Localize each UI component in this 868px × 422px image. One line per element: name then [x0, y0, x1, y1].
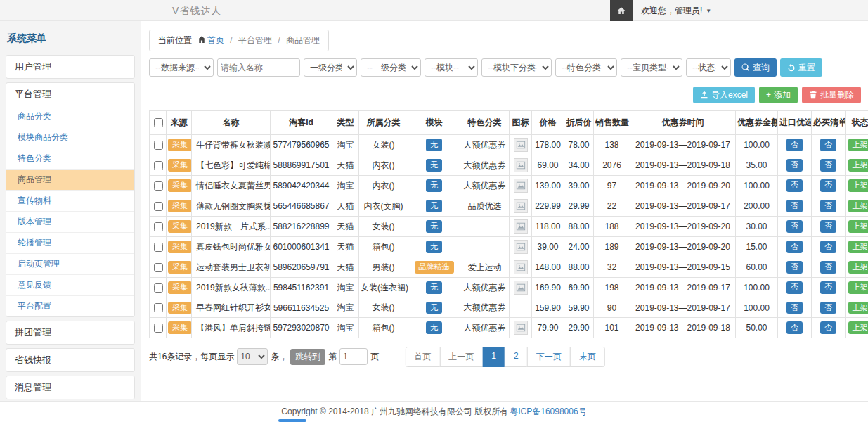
must-buy-toggle-button[interactable]: 否 — [820, 159, 836, 171]
page-button[interactable]: 上一页 — [439, 347, 483, 367]
status-button[interactable]: 上架 — [848, 302, 868, 314]
reset-button[interactable]: 重置 — [780, 58, 822, 77]
batch-delete-button[interactable]: 批量删除 — [802, 87, 861, 103]
module-select[interactable]: --模块-- — [425, 58, 478, 77]
must-buy-toggle-button[interactable]: 否 — [820, 261, 836, 273]
import-toggle-button[interactable]: 否 — [786, 281, 803, 293]
import-toggle-button[interactable]: 否 — [786, 261, 803, 273]
row-checkbox[interactable] — [154, 181, 163, 191]
sidebar-subitem-active[interactable]: 商品管理 — [6, 169, 134, 190]
import-toggle-button[interactable]: 否 — [786, 139, 803, 151]
status-button[interactable]: 上架 — [848, 220, 868, 232]
sidebar-item[interactable]: 用户管理 — [6, 56, 134, 78]
row-checkbox[interactable] — [154, 324, 163, 333]
select-all-header — [150, 111, 167, 135]
row-checkbox[interactable] — [154, 161, 163, 170]
sidebar-subitem[interactable]: 商品分类 — [6, 106, 134, 127]
must-buy-toggle-button[interactable]: 否 — [820, 241, 836, 252]
must-buy-toggle-button[interactable]: 否 — [820, 302, 836, 314]
page-button[interactable]: 1 — [482, 347, 505, 367]
sidebar-item[interactable]: 拼团管理 — [6, 321, 134, 344]
module-sub-select[interactable]: --模块下分类-- — [481, 58, 552, 77]
page-button[interactable]: 下一页 — [527, 347, 571, 367]
level1-category-select[interactable]: 一级分类 — [304, 58, 357, 77]
must-buy-toggle-button[interactable]: 否 — [820, 321, 836, 333]
breadcrumb: 当前位置首页 / 平台管理 / 商品管理 — [149, 30, 329, 51]
sidebar-subitem[interactable]: 启动页管理 — [6, 253, 134, 274]
status-button[interactable]: 上架 — [848, 321, 868, 333]
row-checkbox[interactable] — [154, 202, 163, 211]
search-button[interactable]: 查询 — [734, 58, 777, 77]
column-header: 状态 — [846, 111, 868, 135]
import-toggle-button[interactable]: 否 — [786, 159, 803, 171]
level2-category-select[interactable]: --二级分类-- — [361, 58, 421, 77]
per-page-select[interactable]: 10 — [237, 348, 268, 365]
breadcrumb-home-link[interactable]: 首页 — [207, 35, 224, 45]
status-button[interactable]: 上架 — [848, 200, 868, 212]
cell-checkbox — [150, 196, 167, 217]
import-toggle-button[interactable]: 否 — [786, 241, 803, 252]
sidebar-item[interactable]: 省钱快报 — [6, 349, 134, 371]
sidebar-subitem[interactable]: 轮播管理 — [6, 232, 134, 253]
row-checkbox[interactable] — [154, 263, 163, 272]
cell-icon — [510, 196, 532, 217]
jump-button[interactable]: 跳转到 — [290, 349, 325, 365]
add-button[interactable]: + 添加 — [759, 87, 798, 103]
status-button[interactable]: 上架 — [848, 261, 868, 273]
home-button[interactable] — [610, 0, 633, 21]
name-search-input[interactable] — [217, 58, 300, 77]
cell-must-buy: 否 — [812, 176, 846, 196]
status-button[interactable]: 上架 — [848, 281, 868, 293]
icp-link[interactable]: 粤ICP备16098006号 — [510, 406, 586, 418]
module-badge: 无 — [426, 220, 442, 232]
column-header: 来源 — [167, 111, 192, 135]
page-button[interactable]: 末页 — [570, 347, 605, 367]
import-toggle-button[interactable]: 否 — [786, 200, 803, 212]
item-type-select[interactable]: --宝贝类型-- — [621, 58, 682, 77]
cell-sales: 90 — [594, 298, 630, 318]
status-button[interactable]: 上架 — [848, 241, 868, 252]
row-checkbox[interactable] — [154, 303, 163, 312]
must-buy-toggle-button[interactable]: 否 — [820, 220, 836, 232]
status-button[interactable]: 上架 — [848, 159, 868, 171]
row-checkbox[interactable] — [154, 141, 163, 150]
page-button[interactable]: 2 — [505, 347, 528, 367]
module-badge: 无 — [426, 200, 442, 212]
cell-price: 69.00 — [532, 155, 564, 176]
feature-category-select[interactable]: --特色分类-- — [555, 58, 617, 77]
sidebar-subitem[interactable]: 宣传物料 — [6, 190, 134, 211]
page-button[interactable]: 首页 — [405, 347, 440, 367]
import-toggle-button[interactable]: 否 — [786, 321, 803, 333]
summary-text: 页 — [370, 351, 379, 363]
row-checkbox[interactable] — [154, 243, 163, 252]
sidebar-subitem[interactable]: 意见反馈 — [6, 274, 134, 295]
horizontal-scrollbar-thumb[interactable] — [278, 419, 306, 422]
import-excel-button[interactable]: 导入excel — [693, 87, 755, 103]
sidebar-subitem[interactable]: 版本管理 — [6, 211, 134, 232]
sidebar-item[interactable]: 消息管理 — [6, 376, 134, 399]
page-number-input[interactable] — [339, 348, 368, 365]
must-buy-toggle-button[interactable]: 否 — [820, 200, 836, 212]
sidebar-subitem[interactable]: 模块商品分类 — [6, 127, 134, 148]
refresh-icon — [787, 63, 796, 72]
import-toggle-button[interactable]: 否 — [786, 220, 803, 232]
sidebar-subitem[interactable]: 特色分类 — [6, 148, 134, 169]
status-button[interactable]: 上架 — [848, 139, 868, 151]
select-all-checkbox[interactable] — [154, 118, 163, 127]
status-button[interactable]: 上架 — [848, 179, 868, 191]
sidebar-subitem[interactable]: 平台配置 — [6, 295, 134, 316]
cell-discount-price: 59.90 — [564, 298, 594, 318]
import-toggle-button[interactable]: 否 — [786, 179, 803, 191]
row-checkbox[interactable] — [154, 222, 163, 231]
must-buy-toggle-button[interactable]: 否 — [820, 139, 836, 151]
import-toggle-button[interactable]: 否 — [786, 302, 803, 314]
must-buy-toggle-button[interactable]: 否 — [820, 179, 836, 191]
sidebar: 系统菜单 用户管理平台管理商品分类模块商品分类特色分类商品管理宣传物料版本管理轮… — [0, 21, 141, 401]
row-checkbox[interactable] — [154, 283, 163, 293]
status-select[interactable]: --状态-- — [686, 58, 731, 77]
sidebar-item[interactable]: 平台管理 — [6, 83, 134, 106]
must-buy-toggle-button[interactable]: 否 — [820, 281, 836, 293]
data-source-select[interactable]: --数据来源-- — [149, 58, 214, 77]
product-thumbnail — [514, 138, 528, 152]
user-menu[interactable]: 欢迎您，管理员! ▼ — [633, 0, 720, 21]
